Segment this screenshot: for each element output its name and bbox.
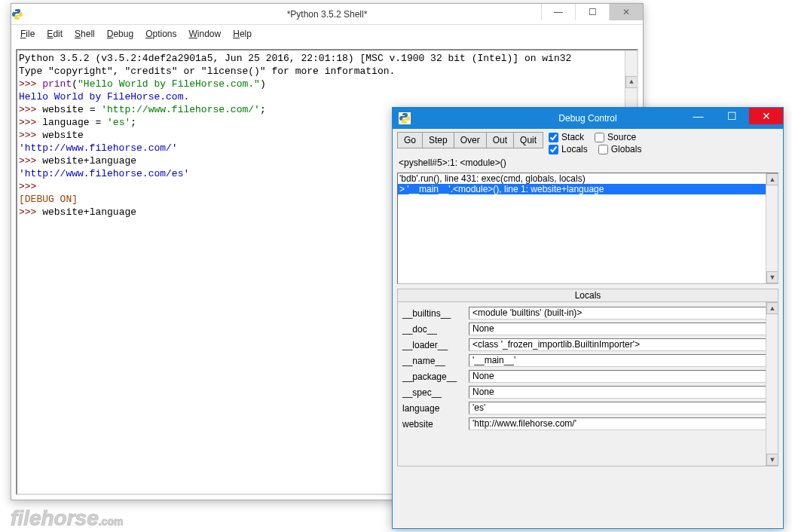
stack-row[interactable]: 'bdb'.run(), line 431: exec(cmd, globals… (398, 173, 778, 184)
locals-key: language (402, 403, 463, 414)
debug-window-controls: ― ☐ ✕ (681, 108, 783, 124)
locals-row: __builtins__<module 'builtins' (built-in… (399, 305, 776, 321)
debug-control-window: Debug Control ― ☐ ✕ Go Step Over Out Qui… (392, 107, 784, 529)
shell-window-controls: ― ☐ ✕ (541, 4, 643, 20)
locals-row: __name__'__main__' (399, 353, 776, 368)
minimize-button[interactable]: ― (541, 4, 575, 20)
shell-line: >>> print("Hello World by FileHorse.com.… (19, 78, 635, 90)
locals-row: website'http://www.filehorse.com/' (399, 416, 776, 432)
locals-row: __package__None (399, 368, 776, 384)
shell-titlebar[interactable]: *Python 3.5.2 Shell* ― ☐ ✕ (11, 4, 643, 25)
stack-panel[interactable]: 'bdb'.run(), line 431: exec(cmd, globals… (397, 173, 778, 284)
debug-title: Debug Control (558, 113, 616, 124)
locals-row: __doc__None (399, 321, 776, 337)
scroll-down-icon[interactable]: ▼ (766, 271, 778, 283)
scroll-up-icon[interactable]: ▲ (625, 76, 638, 88)
python-icon (11, 8, 23, 20)
shell-line: Hello World by FileHorse.com. (19, 90, 635, 103)
locals-key: __loader__ (402, 340, 463, 350)
locals-scrollbar[interactable]: ▲ ▼ (766, 302, 778, 466)
close-button[interactable]: ✕ (609, 4, 643, 20)
locals-value[interactable]: None (469, 323, 773, 335)
menu-window[interactable]: Window (183, 27, 228, 41)
locals-checkbox-label: Locals (561, 144, 588, 154)
quit-button[interactable]: Quit (513, 132, 543, 148)
menu-debug[interactable]: Debug (101, 27, 139, 41)
source-checkbox-label: Source (607, 132, 636, 142)
watermark-brand: filehorse (11, 506, 99, 530)
over-button[interactable]: Over (454, 132, 487, 148)
globals-checkbox-label: Globals (611, 144, 642, 154)
out-button[interactable]: Out (486, 132, 514, 148)
globals-checkbox[interactable]: Globals (598, 144, 642, 154)
locals-key: __name__ (402, 356, 463, 366)
locals-value[interactable]: <module 'builtins' (built-in)> (469, 307, 773, 320)
scroll-up-icon[interactable]: ▲ (766, 173, 778, 185)
debug-toolbar: Go Step Over Out Quit Stack Source Lo (393, 129, 783, 156)
stack-checkbox-label: Stack (561, 132, 584, 142)
locals-row: __spec__None (399, 384, 776, 400)
minimize-button[interactable]: ― (681, 108, 715, 124)
maximize-button[interactable]: ☐ (715, 108, 749, 124)
locals-value[interactable]: None (469, 370, 773, 383)
locals-row: language'es' (399, 400, 776, 416)
locals-key: __builtins__ (402, 308, 463, 319)
menu-shell[interactable]: Shell (69, 27, 101, 41)
debug-titlebar[interactable]: Debug Control ― ☐ ✕ (393, 108, 783, 129)
source-checkbox-input[interactable] (595, 133, 604, 142)
shell-menubar: File Edit Shell Debug Options Window Hel… (11, 25, 643, 43)
maximize-button[interactable]: ☐ (575, 4, 609, 20)
go-button[interactable]: Go (397, 132, 423, 148)
stack-row[interactable]: > '__main__'.<module>(), line 1: website… (398, 184, 778, 194)
scroll-up-icon[interactable]: ▲ (766, 302, 778, 314)
debug-location-text: <pyshell#5>:1: <module>() (393, 156, 783, 173)
locals-value[interactable]: 'http://www.filehorse.com/' (469, 417, 773, 430)
locals-checkbox-input[interactable] (549, 145, 558, 154)
locals-key: __spec__ (402, 387, 463, 398)
menu-edit[interactable]: Edit (41, 27, 69, 41)
stack-scrollbar[interactable]: ▲ ▼ (766, 173, 778, 283)
locals-key: __doc__ (402, 324, 463, 335)
scroll-down-icon[interactable]: ▼ (766, 454, 778, 466)
locals-value[interactable]: 'es' (469, 402, 773, 414)
debug-checkbox-column: Stack Source Locals Globals (549, 132, 641, 154)
locals-value[interactable]: <class '_frozen_importlib.BuiltinImporte… (469, 338, 773, 351)
locals-key: website (402, 419, 463, 430)
stack-checkbox-input[interactable] (549, 133, 558, 142)
locals-panel: __builtins__<module 'builtins' (built-in… (397, 302, 778, 466)
menu-help[interactable]: Help (227, 27, 258, 41)
watermark-logo: filehorse.com (11, 506, 123, 530)
menu-file[interactable]: File (14, 27, 41, 41)
locals-value[interactable]: '__main__' (469, 354, 773, 367)
shell-line: Python 3.5.2 (v3.5.2:4def2a2901a5, Jun 2… (19, 52, 635, 65)
shell-title: *Python 3.5.2 Shell* (287, 9, 368, 20)
locals-checkbox[interactable]: Locals (549, 144, 588, 154)
step-button[interactable]: Step (422, 132, 454, 148)
locals-header: Locals (397, 289, 778, 302)
menu-options[interactable]: Options (139, 27, 182, 41)
shell-line: Type "copyright", "credits" or "license(… (19, 65, 635, 78)
python-icon (399, 112, 411, 124)
locals-value[interactable]: None (469, 386, 773, 399)
locals-key: __package__ (402, 371, 463, 382)
globals-checkbox-input[interactable] (598, 145, 608, 154)
source-checkbox[interactable]: Source (595, 132, 636, 142)
watermark-tld: .com (99, 515, 124, 527)
close-button[interactable]: ✕ (749, 108, 783, 124)
debug-button-row: Go Step Over Out Quit (397, 132, 543, 148)
locals-row: __loader__<class '_frozen_importlib.Buil… (399, 337, 776, 353)
stack-checkbox[interactable]: Stack (549, 132, 584, 142)
